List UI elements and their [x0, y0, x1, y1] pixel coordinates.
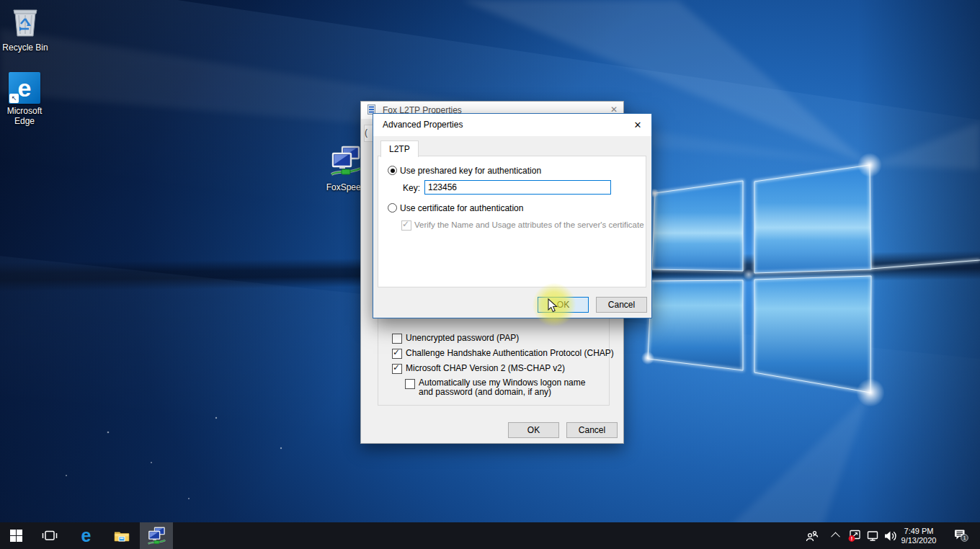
network-connection-icon: [147, 527, 166, 545]
desktop: Recycle Bin e ↖ Microsoft Edge FoxSpeed: [0, 0, 980, 549]
desktop-icon-recycle-bin[interactable]: Recycle Bin: [1, 4, 49, 53]
tab-l2tp[interactable]: L2TP: [380, 140, 419, 157]
desktop-icon-microsoft-edge[interactable]: e ↖ Microsoft Edge: [1, 72, 48, 126]
check-icon: ✓: [393, 347, 400, 357]
checkbox-box[interactable]: ✓: [392, 364, 402, 374]
dialog-title: Advanced Properties: [383, 120, 463, 130]
radio-label: Use certificate for authentication: [400, 203, 523, 213]
checkbox-box[interactable]: [405, 379, 415, 389]
task-view-button[interactable]: [33, 522, 66, 549]
edge-tile-icon: e ↖: [9, 72, 40, 104]
verify-checkbox-label: Verify the Name and Usage attributes of …: [414, 220, 644, 230]
taskbar-network-app-button[interactable]: [140, 522, 173, 549]
clock-date: 9/13/2020: [901, 536, 937, 545]
desktop-icon-label: Recycle Bin: [1, 43, 49, 53]
clock-time: 7:49 PM: [904, 527, 934, 536]
action-center-icon: 1: [953, 529, 969, 543]
advanced-properties-dialog: Advanced Properties ✕ L2TP Use preshared…: [373, 113, 652, 318]
desktop-icon-label: Microsoft Edge: [3, 106, 46, 126]
edge-icon: e: [81, 522, 92, 549]
checkbox-label: Microsoft CHAP Version 2 (MS-CHAP v2): [406, 363, 565, 373]
key-input[interactable]: [424, 180, 611, 195]
cancel-button[interactable]: Cancel: [566, 422, 618, 438]
action-center-button[interactable]: 1: [947, 522, 976, 549]
task-view-icon: [42, 530, 58, 542]
alert-badge-text: !: [850, 535, 852, 542]
ok-button[interactable]: OK: [508, 422, 559, 438]
tray-network-button[interactable]: [863, 522, 882, 549]
checkbox-label: Challenge Handshake Authentication Proto…: [406, 348, 614, 358]
checkbox-box[interactable]: ✓: [392, 349, 402, 359]
checkbox-label: Automatically use my Windows logon name …: [419, 378, 597, 397]
checkbox-auto-logon[interactable]: Automatically use my Windows logon name …: [405, 378, 597, 397]
radio-preshared-key[interactable]: [388, 166, 397, 175]
tray-alert-button[interactable]: !: [845, 522, 863, 549]
wallpaper-right-shade: [858, 0, 980, 549]
start-button[interactable]: [0, 522, 32, 549]
taskbar-file-explorer-button[interactable]: [105, 522, 138, 549]
checkbox-mschap2[interactable]: ✓ Microsoft CHAP Version 2 (MS-CHAP v2): [392, 363, 565, 374]
taskbar-edge-button[interactable]: e: [70, 522, 102, 549]
tray-show-hidden-icons-button[interactable]: [827, 522, 843, 549]
notification-count: 1: [963, 535, 966, 541]
checkbox-label: Unencrypted password (PAP): [406, 333, 519, 343]
mouse-cursor: [548, 298, 559, 313]
checkbox-box[interactable]: [392, 334, 402, 344]
chevron-up-icon: [831, 532, 840, 542]
radio-label: Use preshared key for authentication: [400, 166, 541, 176]
speaker-icon: [883, 530, 897, 542]
shortcut-arrow-icon: ↖: [9, 94, 19, 103]
verify-checkbox-box: ✓: [401, 220, 411, 231]
windows-logo-icon: [10, 530, 22, 542]
dialog-titlebar[interactable]: Advanced Properties ✕: [373, 114, 651, 136]
network-status-icon: [866, 530, 879, 542]
people-button[interactable]: [801, 522, 823, 549]
radio-certificate[interactable]: [388, 203, 397, 213]
network-connection-icon: [330, 146, 362, 177]
people-icon: [806, 530, 819, 542]
check-icon: ✓: [393, 362, 400, 372]
file-explorer-icon: [114, 530, 130, 543]
checkbox-chap[interactable]: ✓ Challenge Handshake Authentication Pro…: [392, 348, 614, 359]
check-icon: ✓: [402, 219, 409, 229]
recycle-bin-icon: [10, 4, 40, 37]
key-label: Key:: [403, 183, 420, 193]
close-icon[interactable]: ✕: [628, 117, 647, 133]
cancel-button[interactable]: Cancel: [596, 297, 647, 313]
taskbar-clock[interactable]: 7:49 PM 9/13/2020: [896, 522, 942, 549]
alert-badge-icon: !: [847, 530, 861, 543]
checkbox-pap[interactable]: Unencrypted password (PAP): [392, 333, 519, 344]
taskbar: e: [0, 522, 980, 549]
